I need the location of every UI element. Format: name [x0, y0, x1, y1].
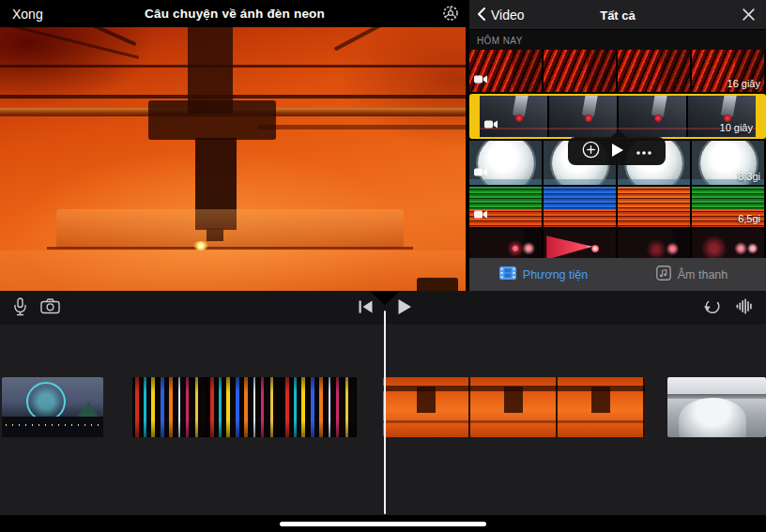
preview-belt-rail — [0, 95, 469, 99]
record-voiceover-button[interactable] — [8, 296, 32, 320]
clip-duration: 6,5gi — [738, 213, 760, 224]
blue-strip — [469, 179, 766, 185]
play-icon — [612, 144, 623, 160]
play-icon — [397, 298, 412, 318]
timeline-clip-neon-city[interactable] — [132, 377, 357, 437]
camera-icon — [40, 298, 60, 317]
thumbnail-frame — [469, 229, 544, 258]
play-button[interactable] — [392, 296, 417, 320]
pier-silhouette — [2, 417, 103, 437]
machine-drum — [679, 398, 746, 437]
waveform-icon — [736, 298, 754, 317]
preview-workpiece — [47, 247, 413, 250]
preview-dark-object — [417, 278, 458, 291]
clip-duration: 16 giây — [728, 78, 760, 89]
clip-duration: 8,3gi — [738, 171, 760, 182]
thumbnail-frame — [544, 187, 618, 227]
media-panel-header: Video Tất cả — [469, 0, 766, 30]
close-icon — [742, 10, 756, 24]
gear-icon — [441, 4, 460, 25]
laser-line — [480, 128, 756, 129]
settings-gear-button[interactable] — [439, 3, 462, 25]
video-camera-icon — [474, 205, 487, 222]
more-options-button[interactable] — [636, 144, 652, 159]
filmstrip-icon — [499, 266, 516, 282]
video-camera-icon — [474, 163, 487, 180]
preview-clip-play-button[interactable] — [612, 144, 623, 160]
preview-workpiece — [56, 209, 404, 249]
clip-action-popup — [568, 137, 666, 165]
clip-duration: 10 giây — [720, 122, 753, 133]
ferris-wheel — [26, 382, 66, 421]
media-clip-color-stripes[interactable]: 6,5gi — [469, 187, 766, 227]
thumbnail-frame — [549, 96, 619, 137]
tab-audio-label: Âm thanh — [678, 268, 728, 281]
camera-capture-button[interactable] — [38, 296, 62, 320]
media-clip-red-laser[interactable] — [469, 229, 766, 258]
skip-to-start-icon — [359, 300, 373, 316]
thumbnail-frame — [618, 229, 692, 258]
close-panel-button[interactable] — [740, 8, 757, 24]
plus-circle-icon — [582, 141, 600, 161]
music-note-icon — [656, 266, 671, 283]
video-camera-icon — [484, 115, 498, 132]
add-to-timeline-button[interactable] — [582, 141, 600, 161]
timeline-clip-orange-printer[interactable] — [383, 377, 645, 437]
tab-media-label: Phương tiện — [523, 268, 588, 281]
audio-waveform-toggle-button[interactable] — [732, 296, 757, 320]
laser-cone — [546, 234, 592, 258]
section-header-today: HÔM NAY — [469, 30, 766, 50]
imovie-app: Xong Câu chuyện về ánh đèn neon — [0, 0, 766, 532]
timeline-toolbar — [0, 291, 766, 325]
media-clip-red-neon[interactable]: 16 giây — [469, 50, 766, 92]
tab-media[interactable]: Phương tiện — [469, 258, 618, 291]
playhead-line[interactable] — [384, 311, 386, 514]
video-preview[interactable] — [0, 27, 469, 291]
timeline-clip-ferris-wheel[interactable] — [2, 377, 103, 437]
undo-button[interactable] — [700, 296, 725, 320]
media-source-tabbar: Phương tiện Âm thanh — [469, 258, 766, 291]
thumbnail-frame — [692, 229, 766, 258]
preview-topbar: Xong Câu chuyện về ánh đèn neon — [0, 0, 469, 27]
thumbnail-frame — [618, 187, 692, 227]
thumbnail-frame — [619, 96, 688, 137]
project-title: Câu chuyện về ánh đèn neon — [0, 7, 469, 21]
frame-dividers — [132, 377, 357, 437]
timeline-clip-silver-turntable[interactable] — [667, 377, 766, 437]
preview-floor — [0, 251, 469, 291]
pier-lights — [6, 424, 100, 426]
skip-to-start-button[interactable] — [353, 296, 377, 320]
thumbnail-frame — [544, 229, 618, 258]
thumbnail-frames — [469, 229, 766, 258]
laser-dot — [591, 245, 599, 252]
ellipsis-icon — [636, 144, 652, 159]
microphone-icon — [12, 297, 28, 319]
preview-print-head — [148, 100, 276, 140]
undo-icon — [703, 298, 722, 317]
tile-dividers — [469, 50, 766, 92]
project-timeline[interactable] — [0, 325, 766, 515]
home-indicator[interactable] — [280, 522, 486, 526]
preview-gantry-rod — [258, 125, 469, 129]
bottom-bar — [0, 515, 766, 532]
frame-dividers — [383, 377, 645, 437]
video-camera-icon — [474, 70, 487, 87]
preview-belt-rail — [0, 65, 469, 68]
preview-laser-spark — [193, 241, 208, 251]
media-panel-title: Tất cả — [469, 8, 766, 23]
tab-audio[interactable]: Âm thanh — [618, 258, 766, 291]
